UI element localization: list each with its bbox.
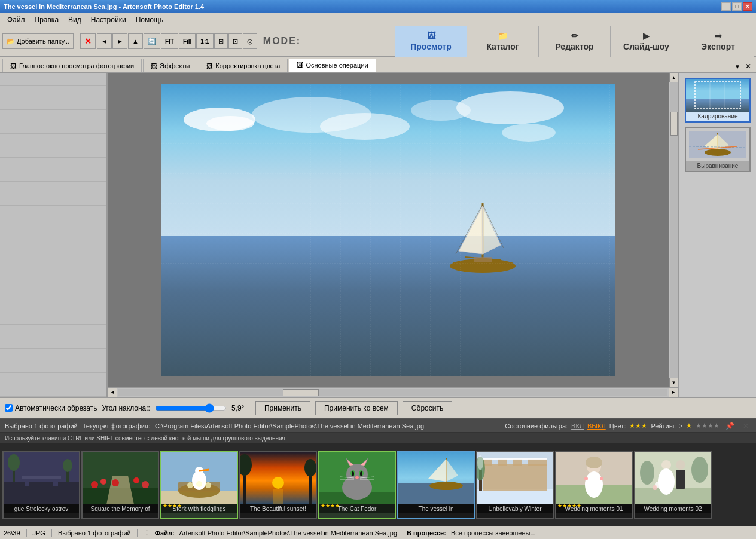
svg-point-36 <box>100 479 106 485</box>
svg-point-101 <box>662 460 671 470</box>
hscroll-thumb[interactable] <box>283 389 319 396</box>
reset-button[interactable]: Сбросить <box>403 401 452 415</box>
sunset-label: The Beautiful sunset! <box>240 504 316 513</box>
minimize-button[interactable]: ─ <box>721 2 731 11</box>
maximize-button[interactable]: □ <box>732 2 742 11</box>
svg-point-39 <box>142 481 149 488</box>
status-process-label: В процессе: <box>407 529 446 537</box>
auto-crop-label[interactable]: Автоматически обрезать <box>5 404 97 412</box>
tab-icon-2: 🖼 <box>151 62 157 69</box>
tab-label-4: Основные операции <box>306 62 368 69</box>
boat-image <box>441 197 525 295</box>
svg-point-103 <box>676 460 685 470</box>
vscroll-up-button[interactable]: ▲ <box>669 73 679 82</box>
nav-delete-button[interactable]: ✕ <box>80 33 96 49</box>
main-content-area: ▲ ▼ ◄ ► <box>0 73 756 397</box>
film-item-cat[interactable]: ★★★★ The Cat Fedor <box>318 451 396 519</box>
tab-effects[interactable]: 🖼 Эффекты <box>143 59 197 72</box>
image-canvas[interactable] <box>108 73 669 387</box>
tab-close-icon[interactable]: ✕ <box>743 61 754 72</box>
editor-tab-label: Редактор <box>555 42 593 51</box>
angle-slider[interactable] <box>155 403 227 413</box>
nav-fit-button[interactable]: FIT <box>161 33 178 49</box>
view-tab-label: Просмотр <box>410 42 452 51</box>
menu-edit[interactable]: Правка <box>30 14 64 25</box>
horizontal-scrollbar[interactable]: ◄ ► <box>108 387 678 397</box>
film-item-stork[interactable]: ★★★★ Stork with fledglings <box>160 451 238 519</box>
vscroll-down-button[interactable]: ▼ <box>669 378 679 387</box>
cat-thumb <box>319 452 395 504</box>
svg-point-38 <box>133 477 139 483</box>
nav-1to1-button[interactable]: 1:1 <box>196 33 213 49</box>
svg-point-67 <box>352 471 354 476</box>
tab-catalog[interactable]: 📁 Каталог <box>467 26 538 57</box>
tab-main-view[interactable]: 🖼 Главное окно просмотра фотографии <box>2 59 142 72</box>
film-item-winter[interactable]: Unbelievably Winter <box>476 451 554 519</box>
svg-rect-52 <box>273 489 283 504</box>
film-item-sunset[interactable]: The Beautiful sunset! <box>239 451 317 519</box>
tab-editor[interactable]: ✏ Редактор <box>538 26 610 57</box>
svg-point-35 <box>91 481 98 488</box>
cat-stars: ★★★★ <box>321 503 340 509</box>
add-folder-button[interactable]: 📂 Добавить папку... <box>2 33 74 49</box>
film-item-wedding2[interactable]: Wedding moments 02 <box>634 451 712 519</box>
filter-on[interactable]: ВКЛ <box>571 422 584 430</box>
tab-slideshow[interactable]: ▶ Слайд-шоу <box>610 26 682 57</box>
tab-icon-1: 🖼 <box>10 62 17 69</box>
crop-tool-thumb[interactable]: Кадрирование <box>685 78 751 122</box>
tab-color-correct[interactable]: 🖼 Корректировка цвета <box>199 59 288 72</box>
folder-icon: 📂 <box>7 38 15 45</box>
tab-basic-ops[interactable]: 🖼 Основные операции <box>289 59 376 72</box>
tab-view[interactable]: 🖼 Просмотр <box>395 26 467 57</box>
nav-up-button[interactable]: ▲ <box>128 33 143 49</box>
rating-empty: ★★★★ <box>696 422 720 430</box>
nav-forward-button[interactable]: ► <box>112 33 127 49</box>
tab-export[interactable]: ➡ Экспорт <box>682 26 754 57</box>
hscroll-right-button[interactable]: ► <box>669 388 678 397</box>
svg-point-21 <box>705 149 731 156</box>
apply-button[interactable]: Применить <box>255 401 310 415</box>
film-item-vessel[interactable]: The vessel in <box>397 451 475 519</box>
filmstrip-scroll[interactable]: gue Strelecky ostrov Square the Memo <box>0 443 756 526</box>
menu-view[interactable]: Вид <box>63 14 86 25</box>
nav-circle-button[interactable]: ◎ <box>243 33 257 49</box>
nav-fill-button[interactable]: Fill <box>179 33 196 49</box>
film-item-flowers[interactable]: Square the Memory of <box>81 451 159 519</box>
svg-rect-28 <box>53 479 58 486</box>
svg-point-47 <box>187 482 193 488</box>
filmstrip-header: Выбрано 1 фотографий Текущая фотография:… <box>0 419 756 433</box>
filter-off[interactable]: ВЫКЛ <box>587 422 606 430</box>
nav-back-button[interactable]: ◄ <box>97 33 112 49</box>
svg-point-48 <box>196 481 202 487</box>
svg-point-98 <box>600 477 603 480</box>
nav-zoom-button[interactable]: ⊡ <box>228 33 242 49</box>
align-tool-thumb[interactable]: Выравнивание <box>685 127 751 172</box>
crop-thumb-image <box>686 79 749 112</box>
svg-marker-2 <box>483 206 501 254</box>
view-tab-icon: 🖼 <box>427 31 435 41</box>
winter-thumb <box>477 452 553 504</box>
nav-refresh-button[interactable]: 🔄 <box>144 33 160 49</box>
vscroll-track[interactable] <box>670 82 678 378</box>
close-filmstrip-button[interactable]: ✕ <box>740 422 751 430</box>
svg-rect-25 <box>4 482 79 504</box>
vscroll-thumb[interactable] <box>670 112 678 136</box>
apply-all-button[interactable]: Применить ко всем <box>315 401 398 415</box>
menu-settings[interactable]: Настройки <box>86 14 131 25</box>
angle-value: 5,9° <box>231 404 251 412</box>
vertical-scrollbar[interactable]: ▲ ▼ <box>669 73 678 387</box>
nav-grid-button[interactable]: ⊞ <box>214 33 228 49</box>
tab-dropdown-arrow[interactable]: ▼ <box>732 62 743 71</box>
hscroll-track[interactable] <box>118 389 667 396</box>
film-item-wedding1[interactable]: ★★★★★ Wedding moments 01 <box>555 451 633 519</box>
film-item-bench[interactable]: gue Strelecky ostrov <box>2 451 80 519</box>
menu-file[interactable]: Файл <box>2 14 30 25</box>
image-canvas-container[interactable]: ▲ ▼ ◄ ► <box>108 73 678 397</box>
svg-point-106 <box>653 485 657 490</box>
pin-button[interactable]: 📌 <box>723 422 737 430</box>
menu-help[interactable]: Помощь <box>131 14 168 25</box>
svg-rect-88 <box>483 458 547 460</box>
auto-crop-checkbox[interactable] <box>5 404 13 412</box>
hscroll-left-button[interactable]: ◄ <box>108 388 117 397</box>
close-button[interactable]: ✕ <box>743 2 752 11</box>
